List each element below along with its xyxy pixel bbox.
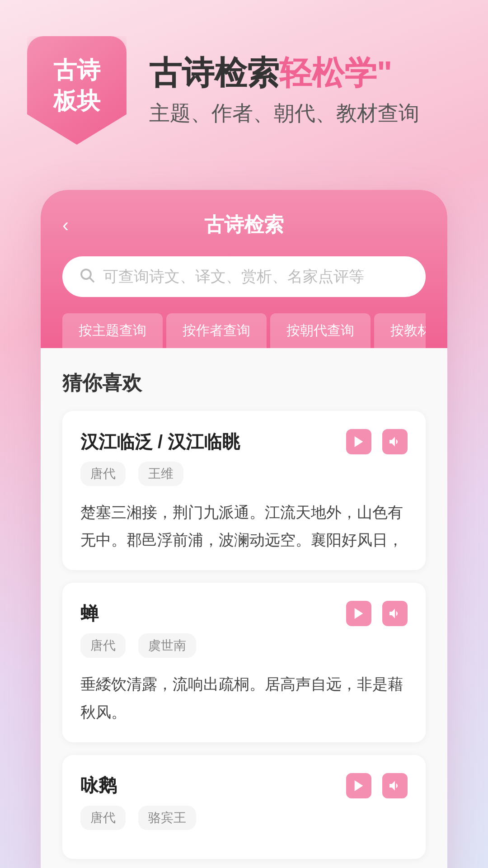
poem-0-meta: 唐代 王维 [80, 462, 408, 486]
poem-0-author: 王维 [138, 462, 183, 486]
badge-text: 古诗 板块 [53, 55, 100, 116]
poem-1-audio-button[interactable] [382, 601, 408, 626]
poem-1-meta: 唐代 虞世南 [80, 633, 408, 658]
search-placeholder-text: 可查询诗文、译文、赏析、名家点评等 [103, 266, 409, 287]
poem-1-author: 虞世南 [138, 633, 196, 658]
poem-2-dynasty: 唐代 [80, 806, 126, 830]
phone-mockup: ‹ 古诗检索 可查询诗文、译文、赏析、名家点评等 按主题查询 按作者查询 按朝代… [41, 190, 447, 868]
search-bar[interactable]: 可查询诗文、译文、赏析、名家点评等 [62, 256, 426, 297]
poem-1-content: 垂緌饮清露，流响出疏桐。居高声自远，非是藉秋风。 [80, 670, 408, 726]
app-header: ‹ 古诗检索 可查询诗文、译文、赏析、名家点评等 按主题查询 按作者查询 按朝代… [41, 190, 447, 348]
poem-1-dynasty: 唐代 [80, 633, 126, 658]
filter-tab-author[interactable]: 按作者查询 [166, 313, 267, 348]
filter-tab-dynasty[interactable]: 按朝代查询 [270, 313, 371, 348]
poem-card-2: 咏鹅 唐代 骆宾王 [62, 755, 426, 859]
poem-0-actions [346, 429, 408, 454]
svg-marker-3 [355, 608, 363, 619]
poem-0-audio-button[interactable] [382, 429, 408, 454]
section-title: 猜你喜欢 [62, 370, 426, 396]
poem-1-play-button[interactable] [346, 601, 371, 626]
hero-title-highlight: 轻松学 [279, 55, 377, 91]
poem-0-play-button[interactable] [346, 429, 371, 454]
poem-2-audio-button[interactable] [382, 773, 408, 798]
badge-shield: 古诗 板块 [27, 36, 127, 145]
poem-2-meta: 唐代 骆宾王 [80, 806, 408, 830]
svg-marker-4 [355, 780, 363, 791]
badge-line2: 板块 [53, 86, 100, 117]
poem-0-dynasty: 唐代 [80, 462, 126, 486]
poem-2-author: 骆宾王 [138, 806, 196, 830]
hero-section: 古诗 板块 古诗检索轻松学" 主题、作者、朝代、教材查询 [0, 0, 488, 172]
filter-tab-theme[interactable]: 按主题查询 [62, 313, 163, 348]
hero-subtitle: 主题、作者、朝代、教材查询 [149, 99, 461, 127]
poem-0-title: 汉江临泛 / 汉江临眺 [80, 429, 240, 454]
poem-2-play-button[interactable] [346, 773, 371, 798]
app-title-bar: ‹ 古诗检索 [62, 212, 426, 238]
hero-title-normal: 古诗检索 [149, 55, 279, 91]
badge-line1: 古诗 [53, 55, 100, 86]
poem-card-0-header: 汉江临泛 / 汉江临眺 [80, 429, 408, 454]
hero-title-quote: " [377, 55, 392, 91]
poem-card-1-header: 蝉 [80, 601, 408, 626]
poem-card-0: 汉江临泛 / 汉江临眺 唐代 王维 楚塞三湘接，荆门九派通。江流天地外，山色有无… [62, 411, 426, 570]
app-title-label: 古诗检索 [204, 212, 284, 238]
search-icon [79, 267, 95, 287]
hero-main-title: 古诗检索轻松学" [149, 53, 461, 92]
svg-point-0 [81, 269, 91, 279]
content-area: 猜你喜欢 汉江临泛 / 汉江临眺 唐代 王维 [41, 348, 447, 868]
filter-tab-textbook[interactable]: 按教材查询 [374, 313, 426, 348]
poem-1-actions [346, 601, 408, 626]
poem-0-content: 楚塞三湘接，荆门九派通。江流天地外，山色有无中。郡邑浮前浦，波澜动远空。襄阳好风… [80, 499, 408, 554]
hero-title-block: 古诗检索轻松学" 主题、作者、朝代、教材查询 [149, 53, 461, 127]
poem-2-title: 咏鹅 [80, 773, 117, 798]
filter-tabs: 按主题查询 按作者查询 按朝代查询 按教材查询 [62, 313, 426, 348]
poem-2-actions [346, 773, 408, 798]
poem-1-title: 蝉 [80, 601, 99, 626]
poem-card-2-header: 咏鹅 [80, 773, 408, 798]
back-button[interactable]: ‹ [62, 216, 69, 235]
svg-marker-2 [355, 436, 363, 447]
phone-wrapper: ‹ 古诗检索 可查询诗文、译文、赏析、名家点评等 按主题查询 按作者查询 按朝代… [0, 172, 488, 868]
svg-line-1 [90, 278, 94, 282]
poem-card-1: 蝉 唐代 虞世南 垂緌饮清露，流响出疏桐。居高声自远，非是藉秋风。 [62, 583, 426, 742]
